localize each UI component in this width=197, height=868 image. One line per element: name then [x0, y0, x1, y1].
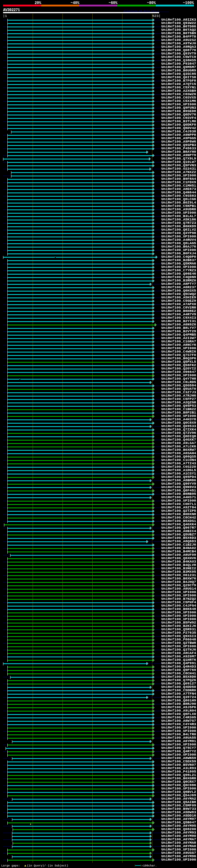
svg-text:=100char.: =100char.: [141, 864, 157, 867]
svg-text:-: -: [46, 864, 48, 867]
svg-text:(in Query)/: (in Query)/: [27, 864, 46, 867]
svg-text:20%: 20%: [34, 1, 41, 5]
svg-text:|1: |1: [3, 14, 7, 18]
svg-text:~60%: ~60%: [109, 1, 118, 5]
svg-text:(in Subject): (in Subject): [48, 864, 68, 867]
svg-text:~80%: ~80%: [147, 1, 156, 5]
svg-text:AV392271: AV392271: [3, 8, 20, 12]
svg-text:~100%: ~100%: [183, 1, 194, 5]
svg-text:Large gaps:: Large gaps:: [1, 864, 20, 867]
svg-text:UniRef100_UPI000..: UniRef100_UPI000..: [161, 858, 197, 862]
svg-text:~40%: ~40%: [70, 1, 80, 5]
svg-text:523|: 523|: [152, 14, 161, 18]
